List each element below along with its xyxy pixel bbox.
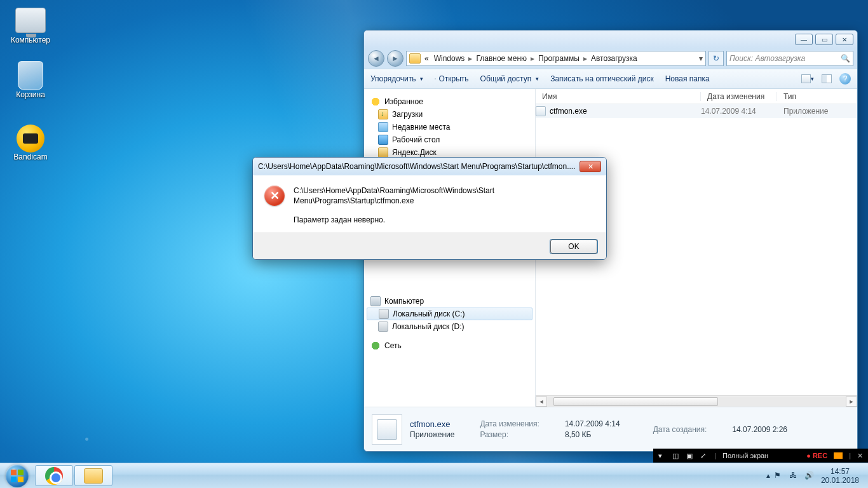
col-type[interactable]: Тип <box>777 92 857 101</box>
dialog-path: C:\Users\Home\AppData\Roaming\Microsoft\… <box>294 186 595 206</box>
network-tray-icon[interactable]: 🖧 <box>789 471 799 481</box>
windows-logo-icon <box>6 464 29 487</box>
network-icon <box>370 341 381 351</box>
scroll-left-button[interactable]: ◄ <box>536 396 547 407</box>
dialog-titlebar[interactable]: C:\Users\Home\AppData\Roaming\Microsoft\… <box>253 158 606 175</box>
nav-desktop[interactable]: Рабочий стол <box>364 133 535 146</box>
open-icon <box>435 78 436 79</box>
nav-favorites[interactable]: Избранное <box>364 95 535 108</box>
error-dialog: C:\Users\Home\AppData\Roaming\Microsoft\… <box>252 157 607 260</box>
explorer-titlebar[interactable]: — ▭ ✕ <box>364 30 857 48</box>
search-box[interactable]: Поиск: Автозагрузка 🔍 <box>726 51 853 66</box>
file-date: 14.07.2009 4:14 <box>701 107 777 116</box>
nav-network[interactable]: Сеть <box>364 339 535 352</box>
app-icon <box>536 106 546 116</box>
col-date[interactable]: Дата изменения <box>701 92 777 101</box>
nav-back-button[interactable]: ◄ <box>368 50 384 67</box>
bandicam-overlay[interactable]: ▾ ◫ ▣ ⤢ | Полный экран ● REC | ✕ <box>653 449 868 463</box>
refresh-button[interactable]: ↻ <box>709 51 724 66</box>
desktop-icon <box>378 135 388 145</box>
recycle-bin-icon <box>18 61 43 90</box>
taskbar-explorer[interactable] <box>74 465 112 486</box>
nav-computer[interactable]: Компьютер <box>364 295 535 308</box>
chrome-icon <box>45 467 63 485</box>
detail-created-value: 14.07.2009 2:26 <box>732 425 787 434</box>
volume-icon[interactable]: 🔊 <box>804 471 815 481</box>
desktop-icon-recycle-bin[interactable]: Корзина <box>6 61 55 99</box>
file-type: Приложение <box>777 107 857 116</box>
address-row: ◄ ► « Windows▸ Главное меню▸ Программы▸ … <box>364 48 857 69</box>
nav-forward-button[interactable]: ► <box>387 50 403 67</box>
address-dropdown-icon[interactable]: ▾ <box>699 54 703 63</box>
column-headers[interactable]: Имя Дата изменения Тип <box>536 89 857 104</box>
view-options-button[interactable]: ▾ <box>801 72 814 85</box>
dialog-text: Параметр задан неверно. <box>294 215 595 225</box>
chevron-down-icon[interactable]: ▾ <box>658 452 666 459</box>
ok-button[interactable]: OK <box>550 240 597 254</box>
desktop-icon-label: Bandicam <box>6 152 55 161</box>
rec-indicator[interactable]: ● REC <box>806 452 827 459</box>
tray-expand-icon[interactable]: ▲ <box>765 472 771 479</box>
address-bar[interactable]: « Windows▸ Главное меню▸ Программы▸ Авто… <box>406 51 706 66</box>
minimize-button[interactable]: — <box>795 34 813 45</box>
folder-icon <box>84 468 103 484</box>
start-button[interactable] <box>0 463 34 488</box>
disk-icon <box>379 309 389 319</box>
view-icon <box>801 74 811 83</box>
breadcrumb-lead: « <box>422 54 431 63</box>
flag-icon[interactable]: ⚑ <box>774 471 784 481</box>
scroll-track[interactable] <box>547 396 846 407</box>
search-icon[interactable]: 🔍 <box>841 54 850 63</box>
scroll-right-button[interactable]: ► <box>846 396 857 407</box>
detail-modified-label: Дата изменения: <box>480 419 539 429</box>
system-tray: ▲ ⚑ 🖧 🔊 14:57 20.01.2018 <box>760 463 868 488</box>
breadcrumb[interactable]: Программы <box>536 54 582 63</box>
detail-modified-value: 14.07.2009 4:14 <box>565 419 620 429</box>
col-name[interactable]: Имя <box>536 92 701 101</box>
tray-date: 20.01.2018 <box>821 476 859 485</box>
breadcrumb[interactable]: Windows <box>431 54 468 63</box>
burn-button[interactable]: Записать на оптический диск <box>550 74 654 83</box>
explorer-toolbar: Упорядочить Открыть Общий доступ Записат… <box>364 69 857 89</box>
horizontal-scrollbar[interactable]: ◄ ► <box>536 395 857 407</box>
new-folder-button[interactable]: Новая папка <box>665 74 710 83</box>
bandicam-close-icon[interactable]: ✕ <box>857 452 863 460</box>
maximize-button[interactable]: ▭ <box>815 34 833 45</box>
dialog-title: C:\Users\Home\AppData\Roaming\Microsoft\… <box>258 162 580 171</box>
open-button[interactable]: Открыть <box>435 74 468 83</box>
close-button[interactable]: ✕ <box>836 34 853 45</box>
error-icon: ✕ <box>264 186 285 206</box>
breadcrumb[interactable]: Главное меню <box>473 54 529 63</box>
dialog-message: C:\Users\Home\AppData\Roaming\Microsoft\… <box>294 186 595 225</box>
search-placeholder: Поиск: Автозагрузка <box>729 54 805 63</box>
help-button[interactable]: ? <box>839 73 851 85</box>
computer-icon <box>15 8 46 33</box>
taskbar-chrome[interactable] <box>35 465 73 486</box>
nav-downloads[interactable]: Загрузки <box>364 108 535 121</box>
organize-menu[interactable]: Упорядочить <box>370 74 423 83</box>
camera-icon[interactable] <box>834 452 843 459</box>
bandicam-icon <box>17 125 44 152</box>
list-row[interactable]: ctfmon.exe 14.07.2009 4:14 Приложение <box>536 104 857 118</box>
crop-icon[interactable]: ▣ <box>686 452 694 459</box>
scroll-thumb[interactable] <box>553 397 718 406</box>
desktop-icon-label: Корзина <box>6 90 55 99</box>
desktop-icon-bandicam[interactable]: Bandicam <box>6 125 55 161</box>
preview-pane-button[interactable] <box>820 72 833 85</box>
nav-disk-d[interactable]: Локальный диск (D:) <box>364 320 535 333</box>
window-icon[interactable]: ◫ <box>672 452 680 459</box>
nav-recent[interactable]: Недавние места <box>364 121 535 133</box>
taskbar: ▲ ⚑ 🖧 🔊 14:57 20.01.2018 <box>0 463 868 488</box>
folder-icon <box>409 53 421 64</box>
nav-disk-c[interactable]: Локальный диск (C:) <box>367 308 532 320</box>
computer-icon <box>370 296 381 306</box>
desktop-icon-computer[interactable]: Компьютер <box>6 5 55 44</box>
detail-created-label: Дата создания: <box>653 425 707 434</box>
dialog-close-button[interactable]: ✕ <box>580 161 601 172</box>
expand-icon[interactable]: ⤢ <box>700 452 708 459</box>
app-icon <box>377 419 397 440</box>
share-menu[interactable]: Общий доступ <box>480 74 539 83</box>
breadcrumb[interactable]: Автозагрузка <box>588 54 640 63</box>
file-name: ctfmon.exe <box>550 107 587 116</box>
tray-clock[interactable]: 14:57 20.01.2018 <box>817 467 863 485</box>
